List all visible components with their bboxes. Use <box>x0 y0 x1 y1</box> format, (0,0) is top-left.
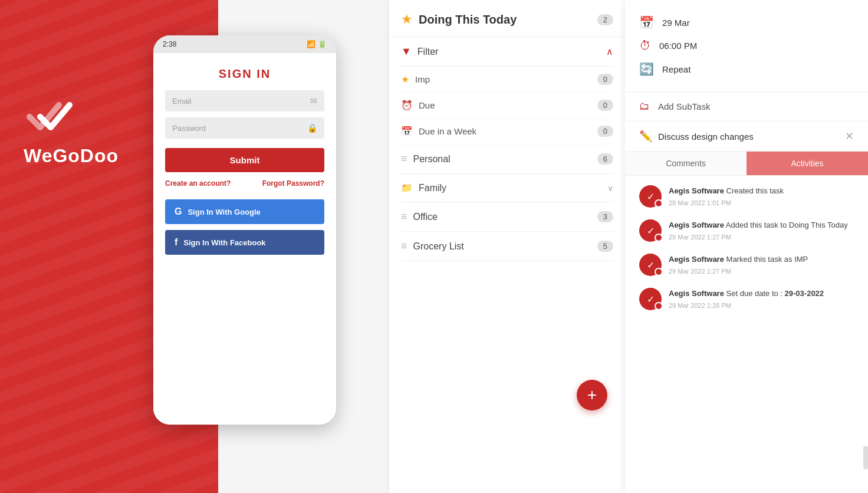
filter-item-due-left: ⏰ Due <box>401 100 435 111</box>
sign-in-title: SIGN IN <box>153 53 336 90</box>
activity-text-3: Aegis Software Set due date to : 29-03-2… <box>669 289 824 310</box>
clock-filter-icon: ⏰ <box>401 100 413 111</box>
phone-status-bar: 2:38 📶 🔋 <box>153 35 336 53</box>
phone-content: SIGN IN Email ✉ Password 🔒 Submit Create… <box>153 53 336 425</box>
list-item-office[interactable]: ≡ Office 3 <box>401 202 613 232</box>
list-item-office-left: ≡ Office <box>401 211 438 223</box>
filter-item-imp[interactable]: ★ Imp 0 <box>401 67 613 93</box>
logo-icon <box>24 94 77 136</box>
filter-section: ▼ Filter ∧ ★ Imp 0 ⏰ Due 0 <box>389 37 625 144</box>
list-item-grocery-left: ≡ Grocery List <box>401 240 464 252</box>
discuss-icon: ✏️ <box>639 130 652 143</box>
filter-icon: ▼ <box>401 45 412 58</box>
task-count-badge: 2 <box>597 14 613 25</box>
avatar-check-icon: ✓ <box>647 191 655 202</box>
filter-imp-badge: 0 <box>597 74 613 85</box>
activity-content-2: Aegis Software Marked this task as IMP 2… <box>669 254 808 276</box>
activity-item-1: ✓ Aegis Software Added this task to Doin… <box>639 219 854 242</box>
activity-content-0: Aegis Software Created this task 29 Mar … <box>669 185 784 208</box>
activity-content-3: Aegis Software Set due date to : 29-03-2… <box>669 288 824 310</box>
activity-item-2: ✓ Aegis Software Marked this task as IMP… <box>639 254 854 276</box>
tab-activities[interactable]: Activities <box>747 152 868 175</box>
phone-status-icons: 📶 🔋 <box>307 40 327 48</box>
password-placeholder: Password <box>172 124 206 133</box>
doing-today-star-icon: ★ <box>401 12 413 27</box>
office-badge: 3 <box>597 211 613 222</box>
subtask-icon: 🗂 <box>639 100 650 113</box>
facebook-letter: f <box>175 237 177 248</box>
tab-comments[interactable]: Comments <box>625 152 747 175</box>
filter-chevron-icon: ∧ <box>606 46 613 57</box>
submit-button[interactable]: Submit <box>165 148 324 172</box>
activity-action-0: Created this task <box>726 186 784 195</box>
detail-tabs: Comments Activities <box>625 152 868 176</box>
battery-icon: 🔋 <box>318 40 327 48</box>
add-task-fab[interactable]: + <box>577 380 607 410</box>
facebook-btn-label: Sign In With Facebook <box>183 238 265 247</box>
discuss-header: ✏️ Discuss design changes ✕ <box>639 130 854 143</box>
list-icon-personal: ≡ <box>401 153 407 165</box>
activity-item-3: ✓ Aegis Software Set due date to : 29-03… <box>639 288 854 310</box>
password-field[interactable]: Password 🔒 <box>165 117 324 139</box>
task-list-panel: ★ Doing This Today 2 ▼ Filter ∧ ★ Imp 0 <box>389 0 625 493</box>
discuss-title-left: ✏️ Discuss design changes <box>639 130 754 143</box>
filter-item-due-week[interactable]: 📅 Due in a Week 0 <box>401 119 613 144</box>
meta-date: 29 Mar <box>662 18 690 28</box>
personal-badge: 6 <box>597 153 613 165</box>
list-items-section: ≡ Personal 6 📁 Family ∨ ≡ Office 3 ≡ G <box>389 144 625 261</box>
add-subtask-row[interactable]: 🗂 Add SubTask <box>625 92 868 121</box>
phone-links: Create an account? Forgot Password? <box>153 172 336 188</box>
logo-area: WeGoDoo <box>24 94 119 167</box>
phone-mockup: 2:38 📶 🔋 SIGN IN Email ✉ Password 🔒 Subm… <box>153 35 336 425</box>
avatar-check-icon-2: ✓ <box>647 259 655 271</box>
activity-text-0: Aegis Software Created this task 29 Mar … <box>669 186 784 208</box>
discuss-section: ✏️ Discuss design changes ✕ <box>625 121 868 152</box>
activity-author-0: Aegis Software <box>669 186 724 195</box>
list-item-family[interactable]: 📁 Family ∨ <box>401 174 613 202</box>
phone-social-buttons: G Sign In With Google f Sign In With Fac… <box>153 188 336 255</box>
meta-time-row: ⏱ 06:00 PM <box>639 34 854 57</box>
list-item-personal[interactable]: ≡ Personal 6 <box>401 144 613 174</box>
list-item-family-label: Family <box>419 183 446 193</box>
discuss-title: Discuss design changes <box>658 132 754 142</box>
star-filter-icon: ★ <box>401 74 409 85</box>
filter-item-imp-left: ★ Imp <box>401 74 430 85</box>
family-chevron-icon: ∨ <box>607 183 613 193</box>
list-item-grocery[interactable]: ≡ Grocery List 5 <box>401 232 613 261</box>
filter-week-badge: 0 <box>597 126 613 137</box>
task-detail-meta: 📅 29 Mar ⏱ 06:00 PM 🔄 Repeat <box>625 0 868 92</box>
filter-item-due[interactable]: ⏰ Due 0 <box>401 93 613 119</box>
list-item-personal-label: Personal <box>413 154 451 165</box>
activity-action-prefix-3: Set due date to : <box>726 289 785 298</box>
activity-highlight-3: 29-03-2022 <box>785 289 824 298</box>
task-list-title: Doing This Today <box>419 13 517 27</box>
close-discuss-button[interactable]: ✕ <box>845 130 854 143</box>
add-subtask-label: Add SubTask <box>658 101 710 111</box>
lock-icon: 🔒 <box>307 123 317 133</box>
activity-text-2: Aegis Software Marked this task as IMP 2… <box>669 255 808 276</box>
activity-text-1: Aegis Software Added this task to Doing … <box>669 221 848 242</box>
forgot-password-link[interactable]: Forgot Password? <box>262 179 324 188</box>
list-icon-office: ≡ <box>401 211 407 223</box>
email-placeholder: Email <box>172 97 192 106</box>
repeat-meta-icon: 🔄 <box>639 62 654 76</box>
google-btn-label: Sign In With Google <box>188 208 260 216</box>
filter-item-imp-label: Imp <box>415 74 430 84</box>
activity-author-3: Aegis Software <box>669 289 724 298</box>
create-account-link[interactable]: Create an account? <box>165 179 231 188</box>
list-item-grocery-label: Grocery List <box>413 241 464 252</box>
email-field[interactable]: Email ✉ <box>165 90 324 111</box>
facebook-sign-in-button[interactable]: f Sign In With Facebook <box>165 230 324 255</box>
time-meta-icon: ⏱ <box>639 39 651 52</box>
avatar-badge-icon-1 <box>655 234 663 242</box>
filter-label: Filter <box>417 47 439 57</box>
email-icon: ✉ <box>310 96 317 106</box>
google-sign-in-button[interactable]: G Sign In With Google <box>165 199 324 224</box>
activity-time-3: 29 Mar 2022 1:28 PM <box>669 301 824 311</box>
avatar-3: ✓ <box>639 288 662 310</box>
filter-header[interactable]: ▼ Filter ∧ <box>401 37 613 67</box>
activity-author-1: Aegis Software <box>669 221 724 229</box>
list-item-personal-left: ≡ Personal <box>401 153 451 165</box>
activity-feed: ✓ Aegis Software Created this task 29 Ma… <box>625 176 868 331</box>
meta-repeat: Repeat <box>662 64 691 74</box>
